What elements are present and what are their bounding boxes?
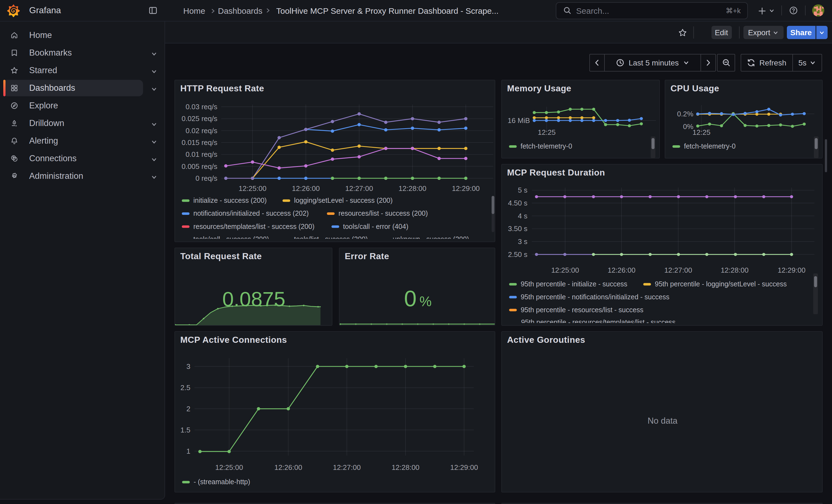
svg-text:initialize - success (200): initialize - success (200) [193, 196, 267, 204]
svg-text:0.005 req/s: 0.005 req/s [181, 162, 217, 170]
svg-text:%: % [419, 294, 432, 309]
svg-text:1: 1 [186, 447, 190, 455]
svg-text:95th percentile - resources/li: 95th percentile - resources/list - succe… [520, 306, 643, 314]
svg-text:resources/templates/list - suc: resources/templates/list - success (200) [193, 222, 314, 230]
svg-text:12:25:00: 12:25:00 [215, 463, 243, 472]
svg-text:0%: 0% [683, 123, 693, 131]
svg-text:2.5: 2.5 [180, 383, 190, 392]
svg-text:12:25: 12:25 [537, 128, 555, 136]
svg-text:3: 3 [186, 362, 190, 371]
svg-text:logging/setLevel - success (20: logging/setLevel - success (200) [294, 196, 392, 204]
svg-text:tools/call - error (404): tools/call - error (404) [343, 222, 408, 230]
svg-text:12:28:00: 12:28:00 [391, 463, 419, 472]
svg-text:95th percentile - initialize -: 95th percentile - initialize - success [520, 280, 627, 288]
svg-text:12:27:00: 12:27:00 [345, 184, 373, 192]
svg-text:12:27:00: 12:27:00 [333, 463, 360, 472]
svg-text:12:26:00: 12:26:00 [274, 463, 302, 472]
svg-text:12:25: 12:25 [692, 128, 710, 136]
svg-text:4 s: 4 s [518, 212, 527, 220]
svg-text:0: 0 [404, 286, 417, 311]
svg-text:1.5: 1.5 [180, 426, 190, 434]
svg-text:3.50 s: 3.50 s [508, 224, 527, 233]
svg-text:fetch-telemetry-0: fetch-telemetry-0 [684, 142, 735, 150]
svg-text:0.02 req/s: 0.02 req/s [185, 127, 217, 135]
svg-text:0.01 req/s: 0.01 req/s [185, 150, 217, 158]
svg-text:4.50 s: 4.50 s [508, 199, 527, 207]
svg-text:0.0875: 0.0875 [222, 288, 285, 311]
svg-text:12:25:00: 12:25:00 [238, 184, 266, 192]
svg-text:fetch-telemetry-0: fetch-telemetry-0 [520, 142, 572, 150]
svg-text:0.2%: 0.2% [677, 110, 693, 118]
svg-text:12:29:00: 12:29:00 [777, 266, 805, 274]
svg-text:0.025 req/s: 0.025 req/s [181, 114, 217, 123]
svg-text:12:28:00: 12:28:00 [720, 266, 748, 274]
svg-text:95th percentile - logging/setL: 95th percentile - logging/setLevel - suc… [654, 280, 786, 288]
svg-text:95th percentile - notification: 95th percentile - notifications/initiali… [520, 293, 669, 301]
svg-text:2.50 s: 2.50 s [508, 250, 527, 259]
svg-text:notifications/initialized - su: notifications/initialized - success (202… [193, 209, 308, 217]
svg-text:No data: No data [647, 416, 677, 426]
svg-text:- (streamable-http): - (streamable-http) [193, 478, 250, 485]
svg-text:5 s: 5 s [518, 186, 527, 194]
svg-text:0 req/s: 0 req/s [196, 174, 217, 182]
svg-text:0.03 req/s: 0.03 req/s [185, 103, 217, 111]
svg-text:12:26:00: 12:26:00 [292, 184, 319, 192]
svg-text:0.015 req/s: 0.015 req/s [181, 138, 217, 147]
svg-text:12:29:00: 12:29:00 [450, 463, 478, 472]
svg-text:12:26:00: 12:26:00 [607, 266, 635, 274]
svg-text:2: 2 [186, 405, 190, 413]
svg-text:12:28:00: 12:28:00 [398, 184, 426, 192]
svg-text:12:27:00: 12:27:00 [664, 266, 692, 274]
svg-text:12:25:00: 12:25:00 [551, 266, 579, 274]
svg-text:3 s: 3 s [518, 237, 527, 246]
svg-text:16 MiB: 16 MiB [508, 116, 530, 125]
svg-text:resources/list - success (200): resources/list - success (200) [338, 209, 427, 217]
svg-text:12:29:00: 12:29:00 [452, 184, 479, 192]
